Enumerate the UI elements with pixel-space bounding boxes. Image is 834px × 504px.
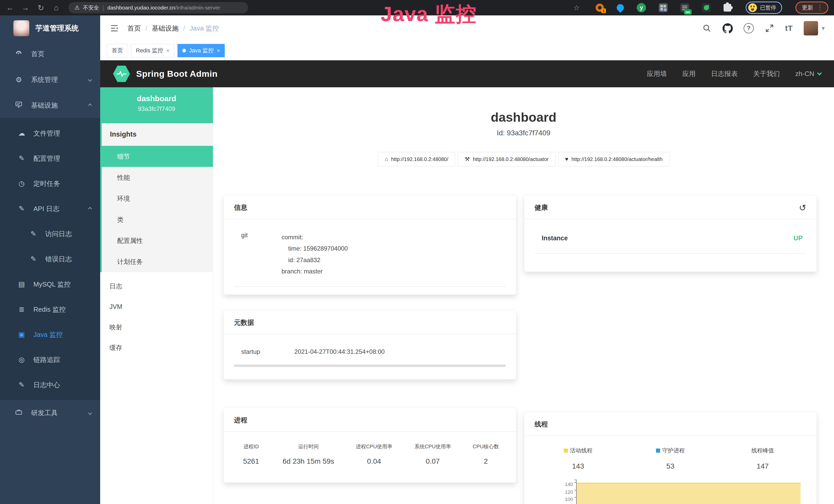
- sidebar-item-system[interactable]: ⚙ 系统管理: [0, 67, 100, 92]
- browser-update-button[interactable]: 更新 ⋮: [795, 2, 828, 14]
- avatar-caret-icon[interactable]: ▾: [822, 25, 825, 32]
- service-url-button[interactable]: ⌂ http://192.168.0.2:48080/: [378, 152, 455, 166]
- eye-icon: ◎: [17, 356, 26, 364]
- fullscreen-icon[interactable]: [765, 23, 774, 33]
- profile-paused-badge[interactable]: 已暂停: [746, 2, 782, 14]
- sidebar-item-label: 访问日志: [45, 230, 72, 238]
- sba-menu-jvm[interactable]: JVM: [100, 296, 213, 317]
- column-header: 进程ID: [230, 443, 272, 450]
- extension-y-icon[interactable]: y: [637, 3, 646, 12]
- metadata-card: 元数据 startup 2021-04-27T00:44:31.254+08:0…: [223, 310, 516, 380]
- git-time-line: time: 1596289704000: [282, 243, 348, 254]
- health-url-button[interactable]: ♥ http://192.168.0.2:48080/actuator/heal…: [558, 152, 670, 166]
- chevron-down-icon: [88, 77, 92, 82]
- sidebar-item-label: Redis 监控: [34, 305, 66, 314]
- sidebar-item-api-log[interactable]: ✎ API 日志: [0, 196, 100, 221]
- log-edit-icon: ✎: [29, 230, 38, 238]
- close-icon[interactable]: ×: [217, 47, 220, 54]
- tab-java-monitor[interactable]: Java 监控 ×: [177, 44, 225, 57]
- blue-pin-icon: [615, 3, 626, 13]
- help-icon[interactable]: ?: [744, 23, 754, 33]
- sidebar-item-config[interactable]: ✎ 配置管理: [0, 146, 100, 171]
- sidebar-item-home[interactable]: 首页: [0, 41, 100, 67]
- info-value: commit: time: 1596289704000 id: 27aa832 …: [282, 232, 348, 277]
- heartbeat-icon: ♥: [565, 156, 568, 162]
- database-icon: ▤: [17, 280, 26, 288]
- sidebar-item-file[interactable]: ☁ 文件管理: [0, 121, 100, 146]
- address-bar[interactable]: ⚠ 不安全 | dashboard.yudao.iocoder.cn/infra…: [68, 2, 248, 13]
- legend-label: 守护进程: [662, 447, 685, 455]
- breadcrumb-home[interactable]: 首页: [127, 24, 141, 33]
- actuator-url-button[interactable]: ⚒ http://192.168.0.2:48080/actuator: [458, 152, 555, 166]
- sidebar-item-java-monitor[interactable]: ▣ Java 监控: [0, 322, 100, 347]
- bookmark-star-icon[interactable]: ☆: [573, 4, 580, 12]
- sba-menu-mappings[interactable]: 映射: [100, 317, 213, 337]
- extensions-puzzle-icon[interactable]: [724, 4, 731, 12]
- active-dot-icon: [182, 49, 186, 52]
- extension-grid-icon[interactable]: [659, 3, 667, 12]
- sba-menu-logfile[interactable]: 日志: [100, 276, 213, 296]
- close-icon[interactable]: ×: [166, 47, 169, 54]
- sba-menu-caches[interactable]: 缓存: [100, 337, 213, 358]
- screenshot-annotation: Java 监控: [381, 1, 477, 28]
- sidebar-item-trace[interactable]: ◎ 链路追踪: [0, 347, 100, 372]
- sba-menu-scheduled-tasks[interactable]: 计划任务: [102, 251, 213, 272]
- kebab-menu-icon[interactable]: ⋮: [816, 4, 824, 11]
- user-avatar[interactable]: [804, 21, 818, 36]
- sidebar-item-infra[interactable]: 基础设施: [0, 92, 100, 118]
- process-column: CPU核心数 2: [462, 443, 510, 465]
- sidebar-item-devtools[interactable]: 研发工具: [0, 400, 100, 426]
- back-icon[interactable]: ←: [6, 3, 14, 12]
- health-card: 健康 ↺ Instance UP: [524, 195, 817, 272]
- sidebar-item-job[interactable]: ◷ 定时任务: [0, 171, 100, 196]
- instance-name: dashboard: [100, 94, 213, 103]
- sidebar-item-log-center[interactable]: ✎ 日志中心: [0, 372, 100, 397]
- forward-icon[interactable]: →: [21, 3, 30, 12]
- sba-nav-about[interactable]: 关于我们: [753, 69, 780, 78]
- sba-nav-wallboard[interactable]: 应用墙: [647, 69, 667, 78]
- github-icon[interactable]: [723, 23, 733, 33]
- sidebar-item-label: 首页: [31, 49, 91, 59]
- tab-label: Java 监控: [189, 47, 214, 54]
- breadcrumb-infra[interactable]: 基础设施: [152, 24, 178, 33]
- git-commit-line: commit:: [282, 232, 348, 243]
- extension-pin-icon[interactable]: [617, 4, 624, 11]
- instance-links: ⌂ http://192.168.0.2:48080/ ⚒ http://192…: [213, 152, 834, 166]
- sba-menu-config-props[interactable]: 配置属性: [102, 230, 213, 251]
- sidebar-item-mysql[interactable]: ▤ MySQL 监控: [0, 272, 100, 297]
- security-label[interactable]: 不安全: [83, 4, 99, 11]
- history-icon[interactable]: ↺: [799, 203, 807, 212]
- sidebar-item-error-log[interactable]: ✎ 错误日志: [0, 247, 100, 272]
- font-size-icon[interactable]: tT: [785, 24, 793, 32]
- sidebar-collapse-icon[interactable]: [109, 23, 119, 33]
- instance-header: dashboard 93a3fc7f7409: [100, 87, 213, 123]
- sba-menu-classes[interactable]: 类: [102, 209, 213, 230]
- locale-label: zh-CN: [795, 70, 814, 78]
- log-edit-icon: ✎: [17, 205, 26, 213]
- tab-home[interactable]: 首页: [107, 44, 128, 57]
- sba-nav-applications[interactable]: 应用: [682, 69, 696, 78]
- sba-menu-metrics[interactable]: 性能: [102, 167, 213, 188]
- y-axis-tick: 140: [565, 482, 573, 487]
- y-axis-tick: 120: [565, 489, 573, 495]
- sba-nav-journal[interactable]: 日志报表: [711, 69, 738, 78]
- extension-switch-icon[interactable]: on: [680, 3, 689, 12]
- sba-menu-details[interactable]: 细节: [100, 146, 213, 167]
- extension-leaf-icon[interactable]: [702, 3, 711, 12]
- sidebar-item-redis[interactable]: ≣ Redis 监控: [0, 297, 100, 322]
- reload-icon[interactable]: ↻: [37, 3, 45, 12]
- horizontal-scrollbar[interactable]: [234, 365, 506, 367]
- extension-colorpicker-icon[interactable]: 1: [596, 4, 604, 12]
- sba-menu-environment[interactable]: 环境: [102, 188, 213, 209]
- locale-selector[interactable]: zh-CN: [795, 70, 821, 78]
- legend-item-peak: 线程峰值 147: [717, 447, 809, 471]
- sidebar-item-access-log[interactable]: ✎ 访问日志: [0, 221, 100, 247]
- home-icon[interactable]: ⌂: [52, 3, 61, 12]
- tab-redis-monitor[interactable]: Redis 监控 ×: [131, 44, 174, 57]
- log-edit-icon: ✎: [17, 381, 26, 389]
- question-glyph: ?: [744, 23, 754, 33]
- insights-group-label: Insights: [102, 123, 213, 146]
- search-icon[interactable]: [702, 23, 712, 33]
- card-title: 进程: [234, 416, 247, 425]
- actuator-url: http://192.168.0.2:48080/actuator: [473, 156, 549, 162]
